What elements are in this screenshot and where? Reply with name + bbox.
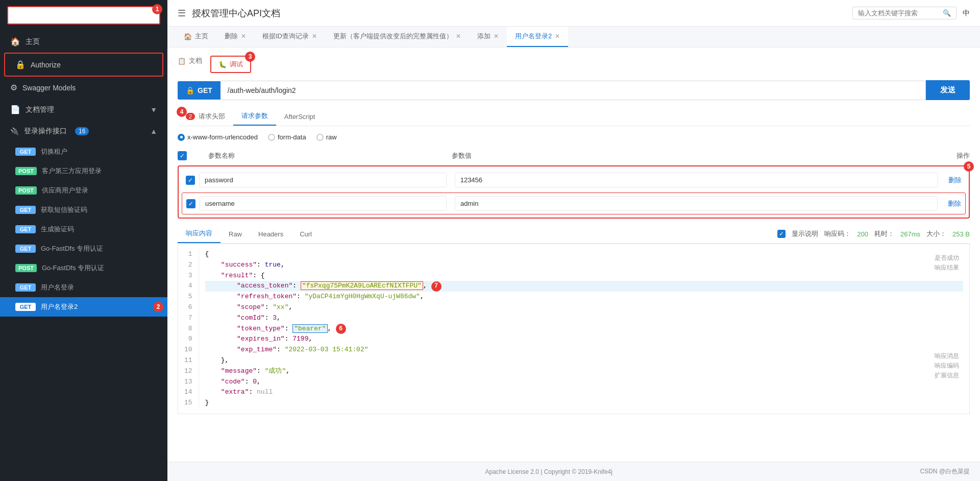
menu-icon[interactable]: ☰ bbox=[178, 8, 186, 19]
res-tab-raw[interactable]: Raw bbox=[220, 226, 250, 242]
tab-home[interactable]: 🏠 主页 bbox=[176, 27, 216, 47]
bug-icon: 🐛 bbox=[218, 61, 227, 68]
tab-close-login2[interactable]: ✕ bbox=[555, 33, 560, 40]
api-label: 用户名登录 bbox=[41, 283, 74, 292]
api-item-captcha[interactable]: GET 生成验证码 bbox=[0, 220, 167, 239]
header-right: 🔍 中 bbox=[852, 7, 970, 19]
select-all-checkbox[interactable] bbox=[178, 151, 187, 160]
method-get-badge: GET bbox=[15, 225, 36, 233]
param-row-password: 删除 bbox=[182, 170, 966, 190]
res-tab-content[interactable]: 响应内容 bbox=[178, 225, 220, 243]
params-table-header: 参数名称 参数值 操作 bbox=[178, 148, 970, 163]
res-tab-headers[interactable]: Headers bbox=[250, 226, 291, 242]
tab-label: 根据ID查询记录 bbox=[262, 32, 309, 41]
api-item-sms-code[interactable]: GET 获取短信验证码 bbox=[0, 200, 167, 220]
sidebar-doc-label: 文档管理 bbox=[26, 105, 54, 114]
tab-close-query[interactable]: ✕ bbox=[312, 33, 317, 40]
req-tab-params[interactable]: 请求参数 bbox=[233, 107, 276, 126]
api-item-switch-tenant[interactable]: GET 切换租户 bbox=[0, 142, 167, 161]
footer-author: CSDN @白色菜提 bbox=[920, 467, 970, 476]
annotation-6: 6 bbox=[336, 324, 346, 334]
tab-close-delete[interactable]: ✕ bbox=[241, 33, 246, 40]
tab-query-by-id[interactable]: 根据ID查询记录 ✕ bbox=[254, 27, 325, 47]
chevron-down-icon: ▼ bbox=[150, 106, 157, 114]
res-tab-headers-label: Headers bbox=[258, 230, 283, 238]
api-label: 客户第三方应用登录 bbox=[42, 166, 102, 176]
tab-delete[interactable]: 删除 ✕ bbox=[216, 27, 254, 47]
doc-icon: 📋 bbox=[178, 57, 186, 65]
sidebar-item-authorize[interactable]: 🔒 Authorize bbox=[4, 53, 163, 77]
tab-label: 主页 bbox=[195, 32, 208, 41]
param-value-password[interactable] bbox=[455, 173, 938, 187]
json-line-9: "expires_in": 7199, bbox=[205, 334, 963, 345]
url-input[interactable] bbox=[220, 81, 926, 100]
header-search-input[interactable] bbox=[858, 9, 940, 17]
api-item-gofast-get[interactable]: GET Go-FastDfs 专用认证 bbox=[0, 239, 167, 258]
search-icon[interactable]: 🔍 bbox=[943, 9, 951, 17]
json-line-7: "comId": 3, bbox=[205, 313, 963, 324]
debug-button[interactable]: 🐛 调试 3 bbox=[210, 56, 251, 73]
send-button[interactable]: 发送 bbox=[926, 80, 970, 100]
tab-add[interactable]: 添加 ✕ bbox=[469, 27, 507, 47]
api-item-gofast-post[interactable]: POST Go-FastDfs 专用认证 bbox=[0, 258, 167, 278]
side-label-result: 响应结果 bbox=[935, 263, 959, 273]
side-label-code: 响应编码 bbox=[935, 362, 959, 371]
param-delete-username[interactable]: 删除 bbox=[948, 199, 961, 208]
param-check-username[interactable] bbox=[186, 199, 195, 208]
encoding-formdata[interactable]: form-data bbox=[268, 133, 306, 141]
doc-icon: 📄 bbox=[10, 105, 20, 114]
lock-icon-small: 🔒 bbox=[186, 86, 194, 94]
side-label-extra: 扩展信息 bbox=[935, 371, 959, 381]
api-item-supplier-login[interactable]: POST 供应商用户登录 bbox=[0, 181, 167, 200]
tab-username-login2[interactable]: 用户名登录2 ✕ bbox=[507, 27, 568, 47]
param-value-username[interactable] bbox=[455, 196, 938, 211]
encoding-urlencoded-label: x-www-form-urlencoded bbox=[187, 133, 258, 141]
api-item-username-login[interactable]: GET 用户名登录 bbox=[0, 278, 167, 297]
col-value-label: 参数值 bbox=[452, 152, 472, 159]
tab-close-add[interactable]: ✕ bbox=[494, 33, 499, 40]
encoding-urlencoded[interactable]: x-www-form-urlencoded bbox=[178, 133, 258, 141]
param-name-password[interactable] bbox=[199, 173, 447, 187]
encoding-raw[interactable]: raw bbox=[316, 133, 337, 141]
api-label: 切换租户 bbox=[41, 147, 67, 156]
json-line-2: "success": true, bbox=[205, 260, 963, 271]
tabs-bar: 🏠 主页 删除 ✕ 根据ID查询记录 ✕ 更新（客户端提供改变后的完整属性值） … bbox=[167, 27, 980, 47]
show-desc-label: 显示说明 bbox=[792, 229, 818, 238]
req-tab-params-label: 请求参数 bbox=[241, 112, 268, 119]
param-row-username: 删除 bbox=[182, 193, 966, 214]
tab-close-update[interactable]: ✕ bbox=[456, 33, 461, 40]
size-label: 大小： bbox=[926, 229, 946, 238]
sidebar-item-doc-manage[interactable]: 📄 文档管理 ▼ bbox=[0, 99, 167, 121]
sidebar-search-input[interactable]: auth-center-web bbox=[7, 6, 160, 25]
page-title: 授权管理中心API文档 bbox=[192, 7, 280, 19]
method-get-badge: GET bbox=[15, 283, 36, 292]
encoding-options: x-www-form-urlencoded form-data raw bbox=[178, 133, 970, 141]
annotation-7: 7 bbox=[431, 281, 442, 292]
sidebar-item-swagger-models[interactable]: ⚙ Swagger Models bbox=[0, 77, 167, 99]
debug-label: 调试 bbox=[230, 60, 243, 69]
param-delete-password[interactable]: 删除 bbox=[948, 176, 962, 185]
param-name-username[interactable] bbox=[200, 196, 447, 211]
show-desc-checkbox[interactable] bbox=[777, 230, 786, 238]
time-value: 267ms bbox=[900, 230, 920, 238]
param-check-password[interactable] bbox=[186, 176, 195, 185]
api-label: Go-FastDfs 专用认证 bbox=[42, 263, 104, 273]
lang-button[interactable]: 中 bbox=[963, 9, 970, 18]
sidebar-section-header-login[interactable]: 🔌 登录操作接口 16 ▲ bbox=[0, 121, 167, 142]
api-item-third-login[interactable]: POST 客户第三方应用登录 bbox=[0, 161, 167, 181]
annotation-5: 5 bbox=[964, 161, 974, 172]
plugin-icon: 🔌 bbox=[10, 127, 19, 135]
req-tab-afterscript[interactable]: AfterScript bbox=[276, 109, 324, 125]
api-label: 生成验证码 bbox=[41, 225, 74, 234]
response-tabs: 响应内容 Raw Headers Curl 显示说明 响应码： bbox=[178, 225, 970, 244]
header-count-badge: 2 bbox=[186, 113, 195, 120]
tab-update[interactable]: 更新（客户端提供改变后的完整属性值） ✕ bbox=[325, 27, 469, 47]
sidebar-search-area: auth-center-web 1 bbox=[0, 0, 167, 31]
req-tab-headers[interactable]: 2 请求头部 4 bbox=[178, 108, 233, 125]
doc-link[interactable]: 📋 文档 bbox=[178, 56, 202, 65]
res-tab-curl[interactable]: Curl bbox=[291, 226, 320, 242]
method-label: GET bbox=[198, 86, 212, 94]
sidebar-item-home[interactable]: 🏠 主页 bbox=[0, 31, 167, 53]
response-side-labels: 是否成功 响应结果 响应消息 响应编码 扩展信息 bbox=[935, 244, 959, 391]
api-item-username-login2[interactable]: GET 用户名登录2 2 bbox=[0, 297, 167, 317]
